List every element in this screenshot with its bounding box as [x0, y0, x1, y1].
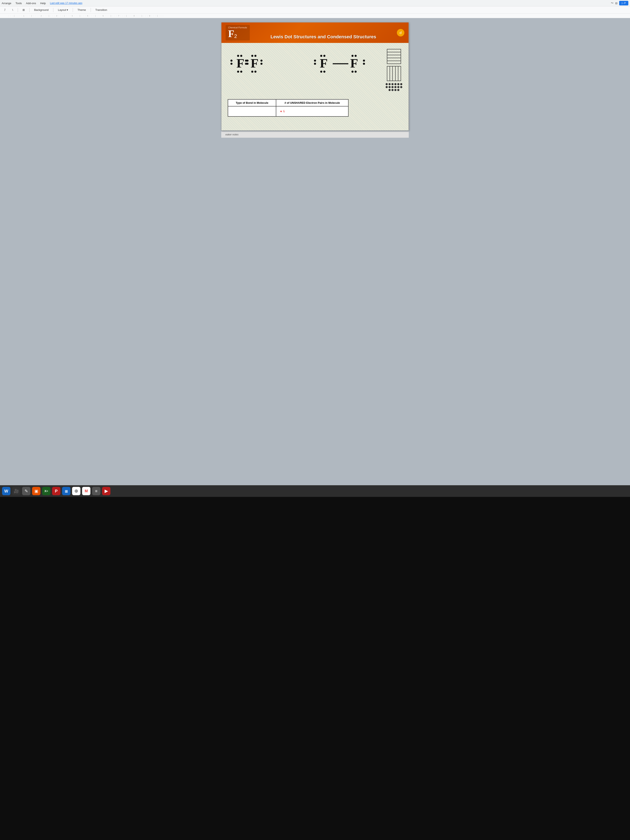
- bond-table: Type of Bond in Molecule # of UNSHARED E…: [228, 99, 349, 117]
- last-edit-label: Last edit was 17 minutes ago: [50, 2, 82, 5]
- handwritten-value: ✦ 6: [279, 109, 285, 114]
- svg-point-28: [352, 71, 354, 73]
- menu-help[interactable]: Help: [40, 2, 46, 5]
- dots-pattern: [385, 83, 402, 91]
- h-lines-box: [387, 49, 401, 64]
- word-icon[interactable]: W: [2, 487, 10, 495]
- toolbar: ⤴ \ ⊞ Background Layout ▾ Theme Transiti…: [0, 6, 630, 14]
- menu-lines-icon[interactable]: ≡: [92, 487, 100, 495]
- col1-value: [228, 106, 276, 117]
- svg-point-11: [251, 71, 253, 73]
- youtube-icon[interactable]: ▶: [102, 487, 111, 495]
- svg-point-15: [246, 60, 248, 62]
- slide-title: Lewis Dot Structures and Condensed Struc…: [256, 34, 391, 40]
- svg-point-16: [246, 63, 248, 65]
- chart-icon: 〜: [611, 1, 614, 5]
- condensed-svg: F F: [314, 51, 372, 89]
- lewis-dot-svg: F: [228, 51, 269, 89]
- side-decoration: [385, 49, 402, 91]
- table-row: ✦ 6: [228, 106, 348, 117]
- line-tool[interactable]: \: [10, 8, 15, 12]
- col1-header: Type of Bond in Molecule: [228, 99, 276, 106]
- col2-header: # of UNSHARED Electron Pairs in Molecule: [276, 99, 348, 106]
- present-button[interactable]: ▷ P: [619, 1, 628, 5]
- gmail-icon[interactable]: M: [82, 487, 90, 495]
- condensed-structure-display: F F: [305, 51, 382, 89]
- menu-tools[interactable]: Tools: [16, 2, 22, 5]
- menu-bar: Arrange Tools Add-ons Help Last edit was…: [0, 0, 630, 6]
- orange-folder-icon[interactable]: ▣: [32, 487, 40, 495]
- powerpoint-icon[interactable]: P: [52, 487, 60, 495]
- svg-point-30: [363, 60, 365, 62]
- svg-point-3: [240, 71, 242, 73]
- table-area: Type of Bond in Molecule # of UNSHARED E…: [221, 97, 409, 121]
- svg-point-20: [320, 71, 322, 73]
- col2-value: ✦ 6: [276, 106, 348, 117]
- toolbar-divider-4: [73, 8, 73, 12]
- stylus-icon[interactable]: ✎: [22, 487, 30, 495]
- ruler: · · · | · · · · 1 · · · | · · · · 2 · · …: [0, 14, 630, 18]
- bottom-dark-area: [0, 497, 630, 840]
- theme-button[interactable]: Theme: [76, 8, 88, 12]
- molecule-area: F: [221, 43, 409, 97]
- header-right-icons: 〜 ⊟ ▷ P: [611, 1, 628, 5]
- slide-header: Chemical Formula: F2 Lewis Dot Structure…: [221, 22, 409, 43]
- speaker-notes-label: eaker notes: [226, 133, 238, 136]
- v-lines-box: [387, 66, 401, 81]
- svg-text:F: F: [320, 56, 328, 70]
- pointer-tool[interactable]: ⤴: [2, 8, 8, 12]
- camera-icon[interactable]: 🎥: [12, 487, 21, 495]
- svg-point-4: [231, 60, 232, 62]
- toolbar-divider-2: [29, 8, 30, 12]
- title-area: Arrange Tools Add-ons Help Last edit was…: [2, 2, 82, 5]
- chemical-formula-box: Chemical Formula: F2: [226, 25, 250, 40]
- grid-icon[interactable]: ⊟: [615, 2, 617, 5]
- slide-inner: Chemical Formula: F2 Lewis Dot Structure…: [221, 22, 409, 121]
- svg-point-12: [254, 71, 256, 73]
- svg-point-29: [355, 71, 357, 73]
- svg-point-5: [231, 63, 232, 65]
- svg-text:F: F: [251, 56, 259, 70]
- lewis-structure-display: F: [228, 51, 305, 89]
- layout-button[interactable]: Layout ▾: [56, 8, 70, 12]
- svg-point-14: [261, 63, 262, 65]
- svg-point-22: [314, 60, 316, 62]
- frame-tool[interactable]: ⊞: [21, 8, 27, 12]
- svg-point-31: [363, 63, 365, 65]
- calendar-icon[interactable]: ▦: [62, 487, 70, 495]
- svg-text:F: F: [350, 56, 358, 70]
- speaker-notes: eaker notes: [221, 131, 409, 138]
- svg-point-23: [314, 63, 316, 65]
- background-button[interactable]: Background: [32, 8, 51, 12]
- slide[interactable]: Chemical Formula: F2 Lewis Dot Structure…: [221, 22, 409, 131]
- chrome-icon[interactable]: ⊕: [72, 487, 81, 495]
- decoration-icon: ☌: [397, 29, 404, 36]
- excel-icon[interactable]: X≡: [42, 487, 51, 495]
- taskbar: W 🎥 ✎ ▣ X≡ P ▦ ⊕ M ≡ ▶: [0, 485, 630, 497]
- menu-arrange[interactable]: Arrange: [2, 2, 11, 5]
- menu-addons[interactable]: Add-ons: [26, 2, 36, 5]
- main-content: Chemical Formula: F2 Lewis Dot Structure…: [0, 18, 630, 485]
- svg-point-21: [323, 71, 325, 73]
- chemical-formula-value: F2: [228, 29, 247, 39]
- svg-point-13: [261, 60, 262, 62]
- svg-text:F: F: [237, 56, 245, 70]
- svg-point-2: [237, 71, 239, 73]
- transition-button[interactable]: Transition: [93, 8, 109, 12]
